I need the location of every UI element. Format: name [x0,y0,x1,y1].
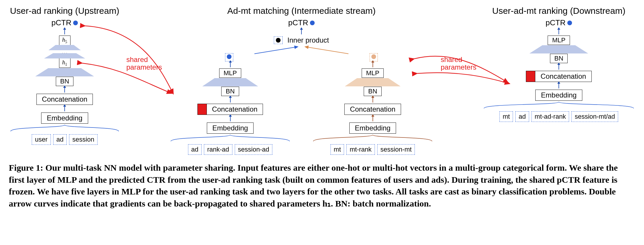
downstream-concat-box: Concatenation [535,71,592,82]
h5-sub: 5 [65,40,67,44]
downstream-pctr-label: pCTR [546,18,566,27]
brace-icon [169,135,291,141]
upstream-embed-box: Embedding [41,113,88,124]
input-ad: ad [515,111,529,122]
arrow-up-icon [64,29,65,34]
h1-label: h [62,59,65,66]
upstream-pctr-row: pCTR [51,18,78,27]
h1-sub: 1 [65,62,67,67]
arrow-up-icon [301,29,302,34]
embedding-dots-row [225,53,378,61]
arrow-up-icon [230,97,231,103]
upstream-concat-box: Concatenation [36,94,93,105]
diagram-row: User-ad ranking (Upstream) pCTR h5 … h1 … [9,6,635,155]
arrow-up-icon [230,62,231,67]
dot-icon [73,21,78,25]
arrow-up-icon [559,83,559,88]
input-session-mt: session-mt [377,144,415,155]
downstream-embed-box: Embedding [535,90,582,101]
intermediate-stream: Ad-mt matching (Intermediate stream) pCT… [169,6,434,155]
arrow-up-icon [64,87,65,93]
dot-icon [567,21,572,25]
arrow-up-icon [559,64,559,70]
downstream-pctr-row: pCTR [546,18,572,27]
inner-product-row: Inner product [274,36,329,44]
inner-product-box [274,36,283,44]
trapezoid-icon [529,45,588,53]
left-inputs: ad rank-ad session-ad [188,144,272,155]
layer-h1: h1 [59,58,71,68]
trapezoid-icon [202,78,258,86]
shared-block-icon [526,71,535,82]
trapezoid-icon [44,53,85,58]
input-session-mt-ad: session-mt/ad [571,111,618,122]
arrow-up-icon [559,29,559,34]
input-mt-ad-rank: mt-ad-rank [531,111,569,122]
layer-h5: h5 [59,36,71,45]
two-towers: MLP BN Concatenation Embedding ad [169,61,434,155]
trapezoid-icon [35,68,94,76]
right-embed-box: Embedding [349,122,396,134]
left-concat-box: Concatenation [207,104,263,115]
intermediate-pctr-label: pCTR [288,18,308,27]
upstream-inputs: user ad session [32,134,98,145]
inner-product-label: Inner product [287,36,329,44]
right-concat-box: Concatenation [344,104,401,115]
h5-label: h [62,36,65,43]
downstream-mlp-box: MLP [548,36,570,45]
right-mlp-box: MLP [362,68,384,78]
dot-icon [371,54,376,59]
input-mt-rank: mt-rank [346,144,375,155]
downstream-title: User-ad-mt ranking (Downstream) [492,6,625,16]
arrow-up-icon [373,97,373,103]
trapezoid-icon [345,78,401,86]
brace-icon [312,135,434,141]
arrow-up-icon [64,106,65,111]
upstream-title: User-ad ranking (Upstream) [10,6,119,16]
intermediate-pctr-row: pCTR [288,18,315,27]
arrow-up-icon [230,116,231,121]
left-bn-box: BN [221,87,239,96]
ellipsis-label: … [62,50,68,53]
svg-line-0 [254,47,298,54]
brace-icon [9,125,120,131]
left-embed-box: Embedding [207,122,254,134]
svg-line-1 [305,47,348,54]
figure: User-ad ranking (Upstream) pCTR h5 … h1 … [9,6,635,209]
intermediate-title: Ad-mt matching (Intermediate stream) [227,6,375,16]
downstream-bn-box: BN [550,54,568,63]
intermediate-right-tower: MLP BN Concatenation Embedding mt mt-ran… [312,61,434,155]
input-session-ad: session-ad [235,144,272,155]
upstream-pctr-label: pCTR [51,18,71,27]
trapezoid-icon [48,45,81,50]
input-session: session [69,134,98,145]
dot-icon [276,38,281,43]
downstream-inputs: mt ad mt-ad-rank session-mt/ad [499,111,618,122]
upstream-mlp-stack: h5 … h1 [44,36,85,68]
input-rank-ad: rank-ad [204,144,232,155]
input-ad: ad [188,144,202,155]
upstream-bn-box: BN [56,77,74,86]
dot-icon [310,21,315,25]
downstream-stream: User-ad-mt ranking (Downstream) pCTR MLP… [482,6,635,122]
arrow-up-icon [373,116,373,121]
shared-block-icon [197,104,207,115]
shared-params-left-label: sharedparameters [126,56,162,71]
downstream-concat-row: Concatenation [526,71,592,82]
dot-icon [227,54,232,59]
input-mt: mt [331,144,344,155]
right-bn-box: BN [364,87,382,96]
left-mlp-box: MLP [219,68,241,78]
left-concat-row: Concatenation [197,104,263,115]
right-inputs: mt mt-rank session-mt [331,144,415,155]
upstream-stream: User-ad ranking (Upstream) pCTR h5 … h1 … [9,6,120,145]
intermediate-left-tower: MLP BN Concatenation Embedding ad [169,61,291,155]
input-user: user [32,134,51,145]
input-ad: ad [53,134,67,145]
arrow-up-icon [373,62,373,67]
input-mt: mt [499,111,513,122]
brace-icon [482,102,635,108]
shared-params-right-label: sharedparameters [441,56,476,71]
figure-caption: Figure 1: Our multi-task NN model with p… [9,162,635,209]
